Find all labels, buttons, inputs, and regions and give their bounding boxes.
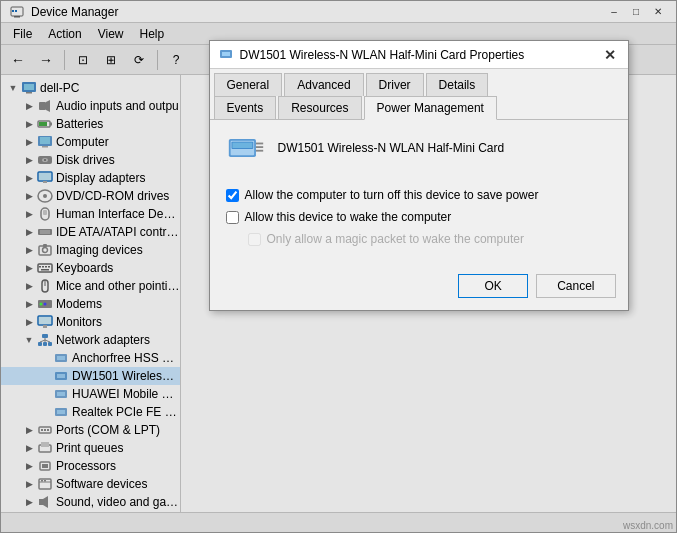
tab-bar-row2: Events Resources Power Management (210, 96, 628, 120)
properties-dialog: DW1501 Wireless-N WLAN Half-Mini Card Pr… (209, 40, 629, 311)
dialog-close-button[interactable]: ✕ (600, 46, 620, 64)
tab-events[interactable]: Events (214, 96, 277, 119)
ok-button[interactable]: OK (458, 274, 528, 298)
svg-rect-79 (222, 52, 230, 56)
dialog-app-icon (218, 47, 234, 63)
checkbox-save-power-row: Allow the computer to turn off this devi… (226, 188, 612, 202)
tab-bar-row1: General Advanced Driver Details (210, 69, 628, 97)
modal-overlay: DW1501 Wireless-N WLAN Half-Mini Card Pr… (0, 0, 677, 533)
checkbox-save-power-label: Allow the computer to turn off this devi… (245, 188, 539, 202)
tab-resources[interactable]: Resources (278, 96, 361, 119)
tab-driver[interactable]: Driver (366, 73, 424, 96)
device-header: DW1501 Wireless-N WLAN Half-Mini Card (226, 132, 612, 172)
checkbox-magic-packet-row: Only allow a magic packet to wake the co… (248, 232, 612, 246)
dialog-footer: OK Cancel (210, 266, 628, 310)
checkbox-magic-packet (248, 233, 261, 246)
tab-power-management[interactable]: Power Management (364, 96, 497, 120)
dialog-title-bar: DW1501 Wireless-N WLAN Half-Mini Card Pr… (210, 41, 628, 69)
checkbox-wake-label: Allow this device to wake the computer (245, 210, 452, 224)
svg-rect-86 (255, 150, 262, 152)
tab-advanced[interactable]: Advanced (284, 73, 363, 96)
svg-rect-85 (255, 146, 262, 148)
svg-rect-83 (232, 143, 252, 148)
dialog-title: DW1501 Wireless-N WLAN Half-Mini Card Pr… (240, 48, 600, 62)
tab-general[interactable]: General (214, 73, 283, 96)
cancel-button[interactable]: Cancel (536, 274, 615, 298)
checkbox-wake-row: Allow this device to wake the computer (226, 210, 612, 224)
svg-rect-84 (255, 143, 262, 145)
checkbox-save-power[interactable] (226, 189, 239, 202)
checkbox-wake[interactable] (226, 211, 239, 224)
checkbox-magic-packet-label: Only allow a magic packet to wake the co… (267, 232, 524, 246)
tab-details[interactable]: Details (426, 73, 489, 96)
dialog-content: DW1501 Wireless-N WLAN Half-Mini Card Al… (210, 120, 628, 266)
device-name-label: DW1501 Wireless-N WLAN Half-Mini Card (278, 141, 505, 155)
device-large-icon (226, 132, 266, 164)
